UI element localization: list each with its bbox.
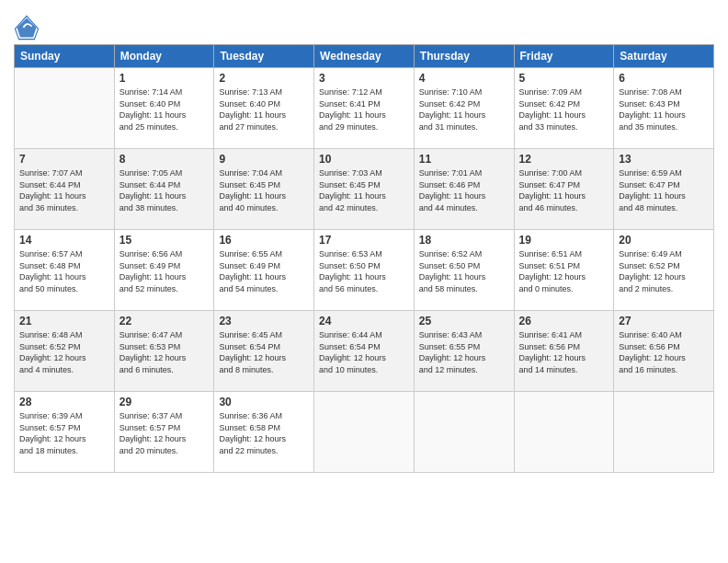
calendar-cell: 13Sunrise: 6:59 AM Sunset: 6:47 PM Dayli… bbox=[614, 149, 714, 230]
calendar-cell: 17Sunrise: 6:53 AM Sunset: 6:50 PM Dayli… bbox=[314, 230, 415, 311]
day-number: 8 bbox=[119, 153, 210, 166]
page-container: SundayMondayTuesdayWednesdayThursdayFrid… bbox=[0, 0, 728, 482]
week-row-1: 7Sunrise: 7:07 AM Sunset: 6:44 PM Daylig… bbox=[15, 149, 714, 230]
logo bbox=[14, 15, 42, 40]
calendar-cell: 4Sunrise: 7:10 AM Sunset: 6:42 PM Daylig… bbox=[414, 68, 514, 149]
day-info: Sunrise: 6:43 AM Sunset: 6:55 PM Dayligh… bbox=[419, 329, 509, 375]
svg-marker-0 bbox=[17, 18, 37, 38]
calendar-cell: 25Sunrise: 6:43 AM Sunset: 6:55 PM Dayli… bbox=[414, 311, 514, 392]
day-info: Sunrise: 6:51 AM Sunset: 6:51 PM Dayligh… bbox=[519, 248, 609, 294]
logo-icon bbox=[14, 15, 40, 40]
day-number: 29 bbox=[119, 396, 210, 408]
calendar-cell: 20Sunrise: 6:49 AM Sunset: 6:52 PM Dayli… bbox=[614, 230, 714, 311]
day-number: 7 bbox=[19, 153, 109, 166]
day-number: 26 bbox=[519, 315, 609, 327]
day-number: 3 bbox=[319, 72, 409, 85]
day-info: Sunrise: 7:00 AM Sunset: 6:47 PM Dayligh… bbox=[519, 167, 609, 213]
calendar-table: SundayMondayTuesdayWednesdayThursdayFrid… bbox=[14, 44, 714, 473]
day-info: Sunrise: 6:57 AM Sunset: 6:48 PM Dayligh… bbox=[19, 248, 109, 294]
day-info: Sunrise: 6:41 AM Sunset: 6:56 PM Dayligh… bbox=[519, 329, 609, 375]
calendar-cell: 1Sunrise: 7:14 AM Sunset: 6:40 PM Daylig… bbox=[114, 68, 214, 149]
day-info: Sunrise: 7:01 AM Sunset: 6:46 PM Dayligh… bbox=[419, 167, 509, 213]
day-number: 2 bbox=[219, 72, 309, 85]
calendar-cell: 14Sunrise: 6:57 AM Sunset: 6:48 PM Dayli… bbox=[15, 230, 115, 311]
day-info: Sunrise: 7:03 AM Sunset: 6:45 PM Dayligh… bbox=[319, 167, 409, 213]
day-info: Sunrise: 6:53 AM Sunset: 6:50 PM Dayligh… bbox=[319, 248, 409, 294]
calendar-cell: 21Sunrise: 6:48 AM Sunset: 6:52 PM Dayli… bbox=[15, 311, 115, 392]
day-info: Sunrise: 7:05 AM Sunset: 6:44 PM Dayligh… bbox=[119, 167, 210, 213]
day-number: 1 bbox=[119, 72, 210, 85]
calendar-cell: 28Sunrise: 6:39 AM Sunset: 6:57 PM Dayli… bbox=[15, 392, 115, 473]
day-info: Sunrise: 6:56 AM Sunset: 6:49 PM Dayligh… bbox=[119, 248, 210, 294]
day-info: Sunrise: 6:47 AM Sunset: 6:53 PM Dayligh… bbox=[119, 329, 210, 375]
calendar-cell: 19Sunrise: 6:51 AM Sunset: 6:51 PM Dayli… bbox=[514, 230, 614, 311]
day-info: Sunrise: 6:45 AM Sunset: 6:54 PM Dayligh… bbox=[219, 329, 309, 375]
day-info: Sunrise: 6:59 AM Sunset: 6:47 PM Dayligh… bbox=[619, 167, 709, 213]
calendar-cell: 9Sunrise: 7:04 AM Sunset: 6:45 PM Daylig… bbox=[214, 149, 314, 230]
weekday-friday: Friday bbox=[514, 45, 614, 68]
calendar-cell: 7Sunrise: 7:07 AM Sunset: 6:44 PM Daylig… bbox=[15, 149, 115, 230]
calendar-cell: 22Sunrise: 6:47 AM Sunset: 6:53 PM Dayli… bbox=[114, 311, 214, 392]
day-number: 23 bbox=[219, 315, 309, 327]
day-number: 28 bbox=[19, 396, 109, 408]
day-number: 17 bbox=[319, 234, 409, 247]
week-row-0: 1Sunrise: 7:14 AM Sunset: 6:40 PM Daylig… bbox=[15, 68, 714, 149]
day-info: Sunrise: 6:52 AM Sunset: 6:50 PM Dayligh… bbox=[419, 248, 509, 294]
day-info: Sunrise: 6:39 AM Sunset: 6:57 PM Dayligh… bbox=[19, 410, 109, 456]
day-info: Sunrise: 7:13 AM Sunset: 6:40 PM Dayligh… bbox=[219, 86, 309, 132]
weekday-sunday: Sunday bbox=[15, 45, 115, 68]
calendar-cell: 26Sunrise: 6:41 AM Sunset: 6:56 PM Dayli… bbox=[514, 311, 614, 392]
day-info: Sunrise: 7:08 AM Sunset: 6:43 PM Dayligh… bbox=[619, 86, 709, 132]
day-info: Sunrise: 7:09 AM Sunset: 6:42 PM Dayligh… bbox=[519, 86, 609, 132]
day-number: 11 bbox=[419, 153, 509, 166]
calendar-cell: 11Sunrise: 7:01 AM Sunset: 6:46 PM Dayli… bbox=[414, 149, 514, 230]
day-info: Sunrise: 6:40 AM Sunset: 6:56 PM Dayligh… bbox=[619, 329, 709, 375]
day-number: 5 bbox=[519, 72, 609, 85]
calendar-cell bbox=[614, 392, 714, 473]
day-info: Sunrise: 6:48 AM Sunset: 6:52 PM Dayligh… bbox=[19, 329, 109, 375]
day-number: 6 bbox=[619, 72, 709, 85]
day-info: Sunrise: 7:07 AM Sunset: 6:44 PM Dayligh… bbox=[19, 167, 109, 213]
day-number: 20 bbox=[619, 234, 709, 247]
day-number: 18 bbox=[419, 234, 509, 247]
day-number: 12 bbox=[519, 153, 609, 166]
calendar-cell: 16Sunrise: 6:55 AM Sunset: 6:49 PM Dayli… bbox=[214, 230, 314, 311]
day-info: Sunrise: 6:55 AM Sunset: 6:49 PM Dayligh… bbox=[219, 248, 309, 294]
calendar-cell: 29Sunrise: 6:37 AM Sunset: 6:57 PM Dayli… bbox=[114, 392, 214, 473]
day-number: 10 bbox=[319, 153, 409, 166]
calendar-cell: 3Sunrise: 7:12 AM Sunset: 6:41 PM Daylig… bbox=[314, 68, 415, 149]
calendar-cell bbox=[314, 392, 415, 473]
day-number: 25 bbox=[419, 315, 509, 327]
weekday-thursday: Thursday bbox=[414, 45, 514, 68]
day-number: 24 bbox=[319, 315, 409, 327]
calendar-cell bbox=[414, 392, 514, 473]
day-number: 16 bbox=[219, 234, 309, 247]
calendar-cell: 24Sunrise: 6:44 AM Sunset: 6:54 PM Dayli… bbox=[314, 311, 415, 392]
week-row-2: 14Sunrise: 6:57 AM Sunset: 6:48 PM Dayli… bbox=[15, 230, 714, 311]
day-number: 21 bbox=[19, 315, 109, 327]
weekday-header-row: SundayMondayTuesdayWednesdayThursdayFrid… bbox=[15, 45, 714, 68]
calendar-cell bbox=[15, 68, 115, 149]
weekday-wednesday: Wednesday bbox=[314, 45, 415, 68]
day-info: Sunrise: 6:37 AM Sunset: 6:57 PM Dayligh… bbox=[119, 410, 210, 456]
day-number: 27 bbox=[619, 315, 709, 327]
calendar-cell: 2Sunrise: 7:13 AM Sunset: 6:40 PM Daylig… bbox=[214, 68, 314, 149]
day-info: Sunrise: 6:36 AM Sunset: 6:58 PM Dayligh… bbox=[219, 410, 309, 456]
calendar-cell bbox=[514, 392, 614, 473]
calendar-cell: 5Sunrise: 7:09 AM Sunset: 6:42 PM Daylig… bbox=[514, 68, 614, 149]
day-number: 22 bbox=[119, 315, 210, 327]
day-number: 9 bbox=[219, 153, 309, 166]
weekday-tuesday: Tuesday bbox=[214, 45, 314, 68]
header bbox=[14, 9, 714, 40]
weekday-saturday: Saturday bbox=[614, 45, 714, 68]
day-number: 13 bbox=[619, 153, 709, 166]
day-number: 15 bbox=[119, 234, 210, 247]
calendar-cell: 6Sunrise: 7:08 AM Sunset: 6:43 PM Daylig… bbox=[614, 68, 714, 149]
calendar-cell: 12Sunrise: 7:00 AM Sunset: 6:47 PM Dayli… bbox=[514, 149, 614, 230]
calendar-cell: 18Sunrise: 6:52 AM Sunset: 6:50 PM Dayli… bbox=[414, 230, 514, 311]
day-info: Sunrise: 7:12 AM Sunset: 6:41 PM Dayligh… bbox=[319, 86, 409, 132]
day-info: Sunrise: 7:14 AM Sunset: 6:40 PM Dayligh… bbox=[119, 86, 210, 132]
calendar-cell: 27Sunrise: 6:40 AM Sunset: 6:56 PM Dayli… bbox=[614, 311, 714, 392]
day-info: Sunrise: 6:49 AM Sunset: 6:52 PM Dayligh… bbox=[619, 248, 709, 294]
day-number: 19 bbox=[519, 234, 609, 247]
